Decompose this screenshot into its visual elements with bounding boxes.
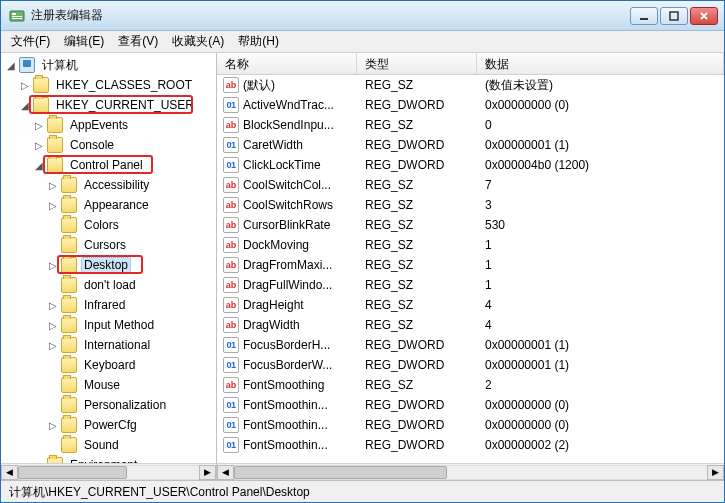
tree-root-computer[interactable]: ◢ 计算机 [5, 55, 216, 75]
window-title: 注册表编辑器 [31, 7, 630, 24]
tree-console[interactable]: ▷ Console [5, 135, 216, 155]
tree-keyboard[interactable]: Keyboard [5, 355, 216, 375]
value-row[interactable]: FontSmoothin...REG_DWORD0x00000000 (0) [217, 395, 724, 415]
tree-appevents[interactable]: ▷ AppEvents [5, 115, 216, 135]
expand-icon[interactable]: ▷ [47, 319, 59, 331]
value-name: CaretWidth [243, 138, 303, 152]
titlebar[interactable]: 注册表编辑器 [1, 1, 724, 31]
value-row[interactable]: CoolSwitchRowsREG_SZ3 [217, 195, 724, 215]
tree-label: Colors [81, 217, 122, 233]
statusbar: 计算机\HKEY_CURRENT_USER\Control Panel\Desk… [1, 480, 724, 502]
value-data: 0x000004b0 (1200) [477, 158, 724, 172]
scroll-left-icon[interactable]: ◀ [217, 465, 234, 480]
expand-icon[interactable]: ▷ [47, 179, 59, 191]
dword-value-icon [223, 357, 239, 373]
tree-hkcr[interactable]: ▷ HKEY_CLASSES_ROOT [5, 75, 216, 95]
tree-control-panel[interactable]: ◢ Control Panel [5, 155, 216, 175]
menu-edit[interactable]: 编辑(E) [64, 33, 104, 50]
tree-mouse[interactable]: Mouse [5, 375, 216, 395]
scroll-right-icon[interactable]: ▶ [707, 465, 724, 480]
tree-accessibility[interactable]: ▷ Accessibility [5, 175, 216, 195]
svg-rect-1 [12, 13, 16, 15]
tree-hscrollbar[interactable]: ◀ ▶ [1, 463, 216, 480]
tree-hkcu[interactable]: ◢ HKEY_CURRENT_USER [5, 95, 216, 115]
value-type: REG_DWORD [357, 358, 477, 372]
tree-international[interactable]: ▷International [5, 335, 216, 355]
expand-icon[interactable]: ▷ [47, 199, 59, 211]
tree-dont-load[interactable]: don't load [5, 275, 216, 295]
expand-icon[interactable]: ▷ [33, 139, 45, 151]
folder-icon [61, 357, 77, 373]
tree-environment[interactable]: Environment [5, 455, 216, 463]
list-body[interactable]: (默认)REG_SZ(数值未设置)ActiveWndTrac...REG_DWO… [217, 75, 724, 463]
tree-desktop[interactable]: ▷Desktop [5, 255, 216, 275]
col-header-type[interactable]: 类型 [357, 53, 477, 74]
collapse-icon[interactable]: ◢ [5, 59, 17, 71]
tree-appearance[interactable]: ▷Appearance [5, 195, 216, 215]
tree-cursors[interactable]: Cursors [5, 235, 216, 255]
expand-icon[interactable]: ▷ [47, 419, 59, 431]
value-row[interactable]: ClickLockTimeREG_DWORD0x000004b0 (1200) [217, 155, 724, 175]
value-row[interactable]: FontSmoothin...REG_DWORD0x00000000 (0) [217, 415, 724, 435]
folder-icon [61, 177, 77, 193]
scroll-thumb[interactable] [234, 466, 447, 479]
folder-icon [61, 317, 77, 333]
tree-input-method[interactable]: ▷Input Method [5, 315, 216, 335]
col-header-name[interactable]: 名称 [217, 53, 357, 74]
close-button[interactable] [690, 7, 718, 25]
scroll-left-icon[interactable]: ◀ [1, 465, 18, 480]
scroll-track[interactable] [234, 465, 707, 480]
tree-personalization[interactable]: Personalization [5, 395, 216, 415]
value-row[interactable]: FocusBorderH...REG_DWORD0x00000001 (1) [217, 335, 724, 355]
tree-label: Appearance [81, 197, 152, 213]
collapse-icon[interactable]: ◢ [19, 99, 31, 111]
value-row[interactable]: ActiveWndTrac...REG_DWORD0x00000000 (0) [217, 95, 724, 115]
scroll-right-icon[interactable]: ▶ [199, 465, 216, 480]
maximize-button[interactable] [660, 7, 688, 25]
value-row[interactable]: DockMovingREG_SZ1 [217, 235, 724, 255]
value-row[interactable]: DragHeightREG_SZ4 [217, 295, 724, 315]
tree-label: Mouse [81, 377, 123, 393]
tree-label: PowerCfg [81, 417, 140, 433]
menu-help[interactable]: 帮助(H) [238, 33, 279, 50]
list-hscrollbar[interactable]: ◀ ▶ [217, 463, 724, 480]
value-row[interactable]: CoolSwitchCol...REG_SZ7 [217, 175, 724, 195]
expand-icon[interactable]: ▷ [19, 79, 31, 91]
menu-favorites[interactable]: 收藏夹(A) [172, 33, 224, 50]
value-row[interactable]: DragFromMaxi...REG_SZ1 [217, 255, 724, 275]
value-name: DragFromMaxi... [243, 258, 332, 272]
scroll-track[interactable] [18, 465, 199, 480]
folder-icon [61, 337, 77, 353]
col-header-data[interactable]: 数据 [477, 53, 724, 74]
minimize-button[interactable] [630, 7, 658, 25]
tree-label: Cursors [81, 237, 129, 253]
tree-sound[interactable]: Sound [5, 435, 216, 455]
menu-view[interactable]: 查看(V) [118, 33, 158, 50]
scroll-thumb[interactable] [18, 466, 127, 479]
string-value-icon [223, 257, 239, 273]
collapse-icon[interactable]: ◢ [33, 159, 45, 171]
expand-icon[interactable]: ▷ [47, 339, 59, 351]
value-row[interactable]: DragFullWindo...REG_SZ1 [217, 275, 724, 295]
string-value-icon [223, 77, 239, 93]
value-row[interactable]: FontSmoothin...REG_DWORD0x00000002 (2) [217, 435, 724, 455]
tree-colors[interactable]: Colors [5, 215, 216, 235]
value-row[interactable]: CaretWidthREG_DWORD0x00000001 (1) [217, 135, 724, 155]
tree-powercfg[interactable]: ▷PowerCfg [5, 415, 216, 435]
expand-icon[interactable]: ▷ [33, 119, 45, 131]
value-row[interactable]: BlockSendInpu...REG_SZ0 [217, 115, 724, 135]
tree-scroll[interactable]: ◢ 计算机 ▷ HKEY_CLASSES_ROOT ◢ H [1, 53, 216, 463]
value-row[interactable]: DragWidthREG_SZ4 [217, 315, 724, 335]
value-row[interactable]: FocusBorderW...REG_DWORD0x00000001 (1) [217, 355, 724, 375]
value-type: REG_SZ [357, 78, 477, 92]
expand-icon[interactable]: ▷ [47, 259, 59, 271]
folder-icon [33, 97, 49, 113]
string-value-icon [223, 297, 239, 313]
expand-icon[interactable]: ▷ [47, 299, 59, 311]
value-row[interactable]: FontSmoothingREG_SZ2 [217, 375, 724, 395]
tree-infrared[interactable]: ▷Infrared [5, 295, 216, 315]
value-row[interactable]: (默认)REG_SZ(数值未设置) [217, 75, 724, 95]
menu-file[interactable]: 文件(F) [11, 33, 50, 50]
value-type: REG_SZ [357, 178, 477, 192]
value-row[interactable]: CursorBlinkRateREG_SZ530 [217, 215, 724, 235]
